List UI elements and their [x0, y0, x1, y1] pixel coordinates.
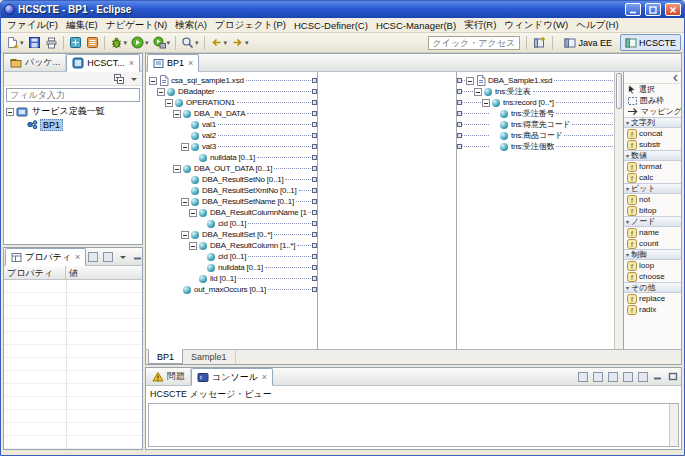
palette-item-bitop[interactable]: fbitop [624, 205, 681, 216]
schema-node[interactable]: nulldata [0..1] [146, 152, 317, 163]
minimize-view-icon[interactable] [140, 57, 143, 69]
expand-toggle-icon[interactable] [482, 99, 490, 107]
palette-item-replace[interactable]: freplace [624, 293, 681, 304]
open-console-icon[interactable] [636, 371, 649, 383]
schema-node[interactable]: DBA_ResultSetNo [0..1] [146, 174, 317, 185]
schema-node[interactable]: lid [0..1] [146, 273, 317, 284]
editor-vertical-scrollbar[interactable] [614, 72, 623, 349]
palette-tool-0[interactable]: 選択 [624, 84, 681, 95]
schema-node[interactable]: DBadapter [146, 86, 317, 97]
menu-item-5[interactable]: HCSC-Definer(C) [290, 19, 372, 32]
schema-node[interactable]: DBA_ResultColumnName [1..*] [146, 207, 317, 218]
schema-node[interactable]: val3 [146, 141, 317, 152]
schema-node[interactable]: tns:商品コード [457, 130, 614, 141]
tree-item-0[interactable]: サービス定義一覧 [4, 105, 142, 118]
console-tab-1[interactable]: コンソール× [191, 368, 273, 386]
expand-toggle-icon[interactable] [181, 231, 189, 239]
schema-node[interactable]: DBA_ResultSetXmlNo [0..1] [146, 185, 317, 196]
console-scrollbar[interactable] [669, 404, 678, 446]
mapping-port[interactable] [312, 155, 317, 160]
palette-item-loop[interactable]: floop [624, 260, 681, 271]
menu-item-7[interactable]: 実行(R) [460, 18, 500, 33]
scrollbar-thumb[interactable] [616, 73, 622, 109]
scroll-lock-icon[interactable] [591, 371, 604, 383]
palette-tool-1[interactable]: 囲み枠 [624, 95, 681, 106]
expand-toggle-icon[interactable] [173, 110, 181, 118]
forward-button[interactable]: ▾ [229, 34, 251, 52]
menu-item-3[interactable]: 検索(A) [171, 18, 211, 33]
close-tab-icon[interactable]: × [262, 372, 267, 382]
schema-node[interactable]: tns:受注番号 [457, 108, 614, 119]
maximize-view-icon[interactable] [666, 371, 679, 383]
schema-node[interactable]: out_maxOccurs [0..1] [146, 284, 317, 295]
expand-toggle-icon[interactable] [181, 143, 189, 151]
pin-console-icon[interactable] [606, 371, 619, 383]
external-tools-button[interactable]: ▾ [151, 34, 173, 52]
explorer-tab-1[interactable]: HCSCT...× [66, 54, 140, 72]
mapping-port[interactable] [312, 265, 317, 270]
mapping-port[interactable] [312, 111, 317, 116]
schema-node[interactable]: nulldata [0..1] [146, 262, 317, 273]
window-minimize-button[interactable] [625, 3, 641, 16]
schema-node[interactable]: DBA_OUT_DATA [0..1] [146, 163, 317, 174]
perspective-java-ee-button[interactable]: Java EE [559, 34, 617, 51]
show-categories-icon[interactable] [86, 251, 99, 263]
properties-tab[interactable]: プロパティ × [5, 248, 86, 266]
mapping-port[interactable] [312, 210, 317, 215]
menu-item-0[interactable]: ファイル(F) [3, 18, 62, 33]
expand-toggle-icon[interactable] [149, 77, 157, 85]
perspective-hcscte-button[interactable]: HCSCTE [620, 34, 681, 51]
palette-item-count[interactable]: fcount [624, 238, 681, 249]
editor-page-tab-0[interactable]: BP1 [148, 349, 183, 364]
palette-item-calc[interactable]: fcalc [624, 172, 681, 183]
menu-item-2[interactable]: ナビゲート(N) [102, 18, 172, 33]
schema-node[interactable]: tns:受注表 [457, 86, 614, 97]
search-button[interactable]: ▾ [179, 34, 201, 52]
menu-item-8[interactable]: ウィンドウ(W) [500, 18, 572, 33]
dropdown-arrow-icon[interactable]: ▾ [245, 39, 249, 47]
schema-node[interactable]: cid [0..1] [146, 251, 317, 262]
mapping-port[interactable] [312, 89, 317, 94]
mapping-port[interactable] [312, 133, 317, 138]
schema-node[interactable]: DBA_IN_DATA [146, 108, 317, 119]
column-header-value[interactable]: 値 [66, 266, 142, 279]
collapse-all-icon[interactable] [112, 73, 125, 85]
dropdown-arrow-icon[interactable]: ▾ [20, 39, 24, 47]
schema-node[interactable]: DBA_ResultSetName [0..1] [146, 196, 317, 207]
console-tab-0[interactable]: 問題 [147, 368, 191, 385]
menu-item-9[interactable]: ヘルプ(H) [572, 18, 622, 33]
schema-node[interactable]: DBA_ResultColumn [1..*] [146, 240, 317, 251]
mapping-port[interactable] [312, 276, 317, 281]
schema-node[interactable]: DBA_Sample1.xsd [457, 75, 614, 86]
editor-page-tab-1[interactable]: Sample1 [183, 350, 236, 364]
minimize-view-icon[interactable] [651, 371, 664, 383]
palette-item-substr[interactable]: fsubstr [624, 139, 681, 150]
mapping-area[interactable] [318, 72, 456, 349]
mapping-port[interactable] [312, 254, 317, 259]
debug-button[interactable]: ▾ [108, 34, 130, 52]
schema-node[interactable]: val2 [146, 130, 317, 141]
expand-toggle-icon[interactable] [189, 209, 197, 217]
palette-item-not[interactable]: fnot [624, 194, 681, 205]
expand-toggle-icon[interactable] [466, 77, 474, 85]
explorer-tab-0[interactable]: パッケ... [5, 54, 66, 71]
palette-item-concat[interactable]: fconcat [624, 128, 681, 139]
expand-toggle-icon[interactable] [181, 198, 189, 206]
clear-console-icon[interactable] [576, 371, 589, 383]
mapping-port[interactable] [312, 243, 317, 248]
quick-access-input[interactable] [428, 36, 520, 50]
mapping-port[interactable] [312, 188, 317, 193]
palette-item-radix[interactable]: fradix [624, 304, 681, 315]
mapping-port[interactable] [312, 78, 317, 83]
dropdown-arrow-icon[interactable]: ▾ [224, 39, 228, 47]
hcsc-definer-button[interactable] [67, 34, 84, 52]
dropdown-arrow-icon[interactable]: ▾ [145, 39, 149, 47]
schema-node[interactable]: tns:得意先コード [457, 119, 614, 130]
palette-group-2[interactable]: ▾ビット [624, 183, 681, 194]
dropdown-arrow-icon[interactable]: ▾ [195, 39, 199, 47]
back-button[interactable]: ▾ [208, 34, 230, 52]
mapping-port[interactable] [312, 199, 317, 204]
palette-tool-2[interactable]: マッピング [624, 106, 681, 117]
menu-item-4[interactable]: プロジェクト(P) [211, 18, 290, 33]
schema-node[interactable]: cid [0..1] [146, 218, 317, 229]
